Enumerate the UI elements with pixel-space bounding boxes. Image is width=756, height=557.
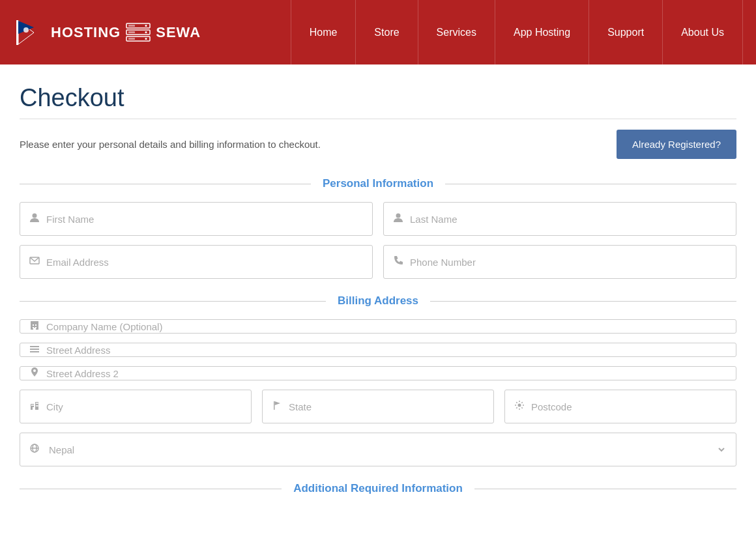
phone-icon — [393, 255, 403, 268]
svg-rect-36 — [33, 407, 34, 410]
street2-field[interactable] — [20, 366, 736, 380]
last-name-field[interactable] — [383, 202, 736, 236]
city-field[interactable] — [20, 390, 252, 423]
nav-services[interactable]: Services — [418, 0, 495, 64]
logo-flag-icon — [13, 17, 44, 48]
street1-input[interactable] — [46, 345, 727, 356]
personal-info-header: Personal Information — [20, 177, 736, 190]
svg-rect-34 — [36, 405, 37, 407]
svg-point-9 — [145, 25, 147, 27]
svg-rect-32 — [36, 403, 37, 404]
email-input[interactable] — [46, 257, 363, 268]
svg-rect-33 — [37, 403, 38, 404]
site-header: HOSTING SEWA Home Store Services App Hos… — [0, 0, 756, 64]
email-field[interactable] — [20, 245, 373, 279]
person-icon — [29, 212, 40, 225]
envelope-icon — [29, 255, 40, 268]
title-divider — [20, 119, 736, 119]
postcode-input[interactable] — [531, 401, 727, 412]
svg-rect-13 — [128, 31, 135, 33]
nav-about-us[interactable]: About Us — [662, 0, 743, 64]
company-field[interactable] — [20, 319, 736, 334]
svg-rect-24 — [30, 346, 39, 347]
city-input[interactable] — [46, 401, 242, 412]
svg-point-10 — [145, 31, 147, 33]
contact-row — [20, 245, 736, 279]
nav-home[interactable]: Home — [291, 0, 356, 64]
svg-rect-31 — [33, 405, 34, 406]
svg-point-5 — [23, 27, 29, 33]
svg-point-16 — [396, 214, 401, 218]
first-name-input[interactable] — [46, 214, 363, 225]
svg-rect-26 — [30, 351, 39, 352]
svg-rect-14 — [128, 38, 135, 40]
name-row — [20, 202, 736, 236]
billing-rows — [20, 319, 736, 380]
state-field[interactable] — [262, 390, 494, 423]
pin-icon — [29, 367, 40, 380]
already-registered-button[interactable]: Already Registered? — [617, 130, 736, 159]
svg-point-15 — [33, 214, 37, 218]
gear-icon — [514, 400, 525, 413]
nav-store[interactable]: Store — [355, 0, 417, 64]
svg-rect-20 — [35, 324, 36, 326]
main-nav: Home Store Services App Hosting Support … — [291, 0, 743, 64]
svg-point-11 — [145, 38, 147, 40]
billing-address-header: Billing Address — [20, 294, 736, 307]
state-input[interactable] — [289, 401, 484, 412]
svg-rect-37 — [274, 401, 275, 410]
city-state-postcode-row — [20, 390, 736, 423]
first-name-field[interactable] — [20, 202, 373, 236]
phone-input[interactable] — [410, 257, 727, 268]
additional-section: Additional Required Information — [20, 482, 736, 495]
country-select[interactable]: Nepal India USA UK — [46, 444, 727, 456]
svg-rect-30 — [31, 405, 33, 406]
svg-rect-35 — [37, 405, 38, 407]
street1-field[interactable] — [20, 343, 736, 357]
logo-text: HOSTING SEWA — [51, 22, 201, 43]
country-field[interactable]: Nepal India USA UK — [20, 433, 736, 466]
country-row: Nepal India USA UK — [20, 433, 736, 466]
company-input[interactable] — [46, 321, 727, 332]
postcode-field[interactable] — [504, 390, 736, 423]
person-icon-last — [393, 212, 403, 225]
street2-input[interactable] — [46, 368, 727, 379]
svg-rect-12 — [128, 25, 135, 27]
svg-rect-25 — [30, 349, 39, 350]
svg-marker-38 — [275, 401, 281, 405]
additional-info-header: Additional Required Information — [20, 482, 736, 495]
city-icon — [29, 400, 40, 413]
svg-point-27 — [33, 369, 36, 372]
building-icon — [29, 320, 40, 333]
page-title: Checkout — [20, 84, 736, 112]
nav-app-hosting[interactable]: App Hosting — [495, 0, 589, 64]
road-icon — [29, 343, 40, 356]
logo: HOSTING SEWA — [13, 17, 201, 48]
subtitle-row: Please enter your personal details and b… — [20, 130, 736, 159]
subtitle-text: Please enter your personal details and b… — [20, 139, 321, 150]
svg-rect-23 — [33, 328, 36, 330]
svg-point-39 — [518, 404, 521, 407]
nav-support[interactable]: Support — [589, 0, 662, 64]
last-name-input[interactable] — [410, 214, 727, 225]
svg-rect-19 — [33, 324, 34, 326]
flag-icon — [272, 400, 282, 413]
phone-field[interactable] — [383, 245, 736, 279]
globe-icon — [29, 443, 40, 456]
